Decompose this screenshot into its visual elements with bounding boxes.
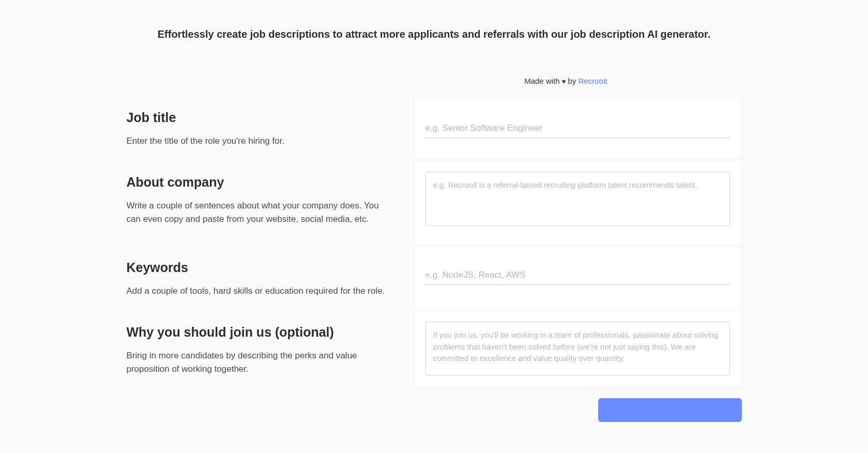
submit-area xyxy=(127,398,742,422)
about-company-heading: About company xyxy=(127,175,393,190)
job-title-heading: Job title xyxy=(127,110,393,125)
job-title-input-wrapper xyxy=(414,96,742,160)
page-subtitle: Effortlessly create job descriptions to … xyxy=(127,28,742,40)
attribution-link[interactable]: Recrooit xyxy=(578,77,607,85)
job-title-description: Enter the title of the role you're hirin… xyxy=(127,134,393,148)
keywords-input[interactable] xyxy=(425,264,730,285)
attribution-prefix: Made with xyxy=(524,77,562,85)
why-join-description: Bring in more candidates by describing t… xyxy=(127,349,393,375)
form-wrapper: Job title Enter the title of the role yo… xyxy=(127,96,742,422)
keywords-description: Add a couple of tools, hard skills or ed… xyxy=(127,284,393,298)
about-company-textarea[interactable] xyxy=(425,172,730,226)
form-row-job-title: Job title Enter the title of the role yo… xyxy=(127,96,742,160)
about-company-description: Write a couple of sentences about what y… xyxy=(127,199,393,225)
job-title-label-block: Job title Enter the title of the role yo… xyxy=(127,96,414,148)
why-join-label-block: Why you should join us (optional) Bring … xyxy=(127,310,414,375)
keywords-label-block: Keywords Add a couple of tools, hard ski… xyxy=(127,246,414,298)
why-join-textarea[interactable] xyxy=(425,322,730,376)
why-join-heading: Why you should join us (optional) xyxy=(127,325,393,340)
about-company-label-block: About company Write a couple of sentence… xyxy=(127,160,414,225)
attribution: Made with ♥ by Recrooit xyxy=(127,77,742,85)
keywords-heading: Keywords xyxy=(127,260,393,275)
keywords-input-wrapper xyxy=(414,246,742,310)
form-row-about-company: About company Write a couple of sentence… xyxy=(127,160,742,246)
job-title-input[interactable] xyxy=(425,117,730,138)
form-row-why-join: Why you should join us (optional) Bring … xyxy=(127,310,742,388)
why-join-input-wrapper xyxy=(414,310,742,388)
attribution-by: by xyxy=(566,77,578,85)
submit-button[interactable] xyxy=(598,398,742,422)
about-company-input-wrapper xyxy=(414,160,742,246)
form-row-keywords: Keywords Add a couple of tools, hard ski… xyxy=(127,246,742,310)
